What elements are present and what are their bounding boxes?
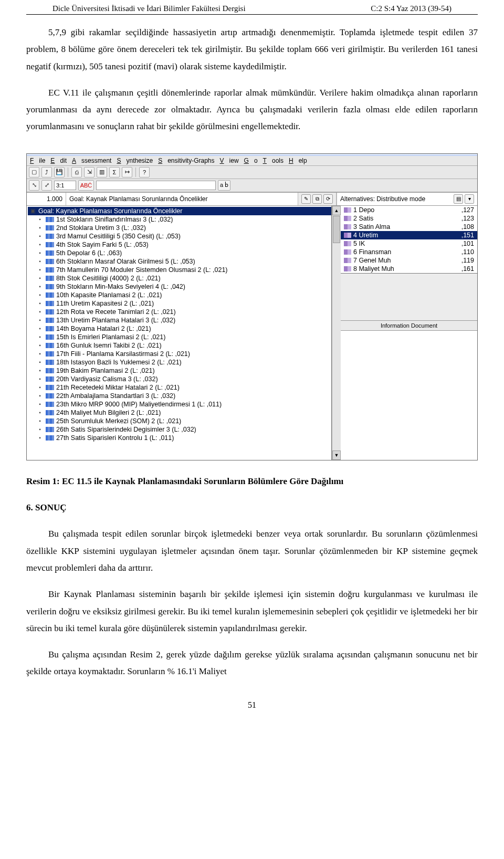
tree-item[interactable]: ▪14th Boyama Hatalari 2 (L: ,021): [28, 324, 331, 333]
tree-item[interactable]: ▪22th Ambalajlama Standartlari 3 (L: ,03…: [28, 392, 331, 400]
menu-edit[interactable]: Edit: [50, 157, 67, 164]
scroll-thumb[interactable]: [333, 216, 340, 243]
leaf-icon: ▪: [36, 242, 44, 248]
collapse-icon[interactable]: ⤡: [29, 180, 39, 191]
alt-row[interactable]: 2 Satis,123: [341, 214, 477, 223]
leaf-icon: ▪: [36, 418, 44, 424]
leaf-icon: ▪: [36, 342, 44, 349]
tree-item[interactable]: ▪5th Depolar 6 (L: ,063): [28, 249, 331, 257]
alt-dropdown-icon[interactable]: ▾: [465, 194, 474, 204]
tree-item[interactable]: ▪20th Vardiyasiz Calisma 3 (L: ,032): [28, 375, 331, 383]
alt-bar-icon: [344, 249, 351, 255]
arrow-icon[interactable]: ↦: [122, 167, 132, 177]
menu-view[interactable]: View: [220, 157, 239, 164]
save-icon[interactable]: 💾: [54, 167, 65, 177]
tree-item[interactable]: ▪21th Recetedeki Miktar Hatalari 2 (L: ,…: [28, 383, 331, 392]
leaf-icon: ▪: [36, 359, 44, 365]
tree-item[interactable]: ▪11th Uretim Kapasitesi 2 (L: ,021): [28, 299, 331, 308]
ab-button[interactable]: a ḃ: [218, 180, 230, 191]
scroll-up-icon[interactable]: ▲: [332, 206, 341, 215]
tree-item[interactable]: ▪16th Gunluk Isemri Takibi 2 (L: ,021): [28, 341, 331, 350]
menu-help[interactable]: Help: [289, 157, 307, 164]
tree-item[interactable]: ▪23th Mikro MRP 9000 (MIP) Maliyetlendir…: [28, 400, 331, 408]
bar-icon: [46, 267, 54, 273]
alt-bar-icon: [344, 233, 351, 238]
paragraph-3: Bu çalışmada tespit edilen sorunlar birç…: [26, 526, 478, 577]
alternatives-header: Alternatives: Distributive mode ▤ ▾: [337, 193, 477, 205]
leaf-icon: ▪: [36, 250, 44, 256]
tree-item[interactable]: ▪2nd Stoklara Uretim 3 (L: ,032): [28, 224, 331, 232]
text-field[interactable]: [96, 181, 216, 190]
refresh-icon[interactable]: ⟳: [323, 194, 333, 204]
tree-icon[interactable]: ⇲: [84, 167, 94, 177]
tree-item[interactable]: ▪6th Stokların Masraf Olarak Girilmesi 5…: [28, 257, 331, 266]
leaf-icon: ▪: [36, 275, 44, 281]
tree-item[interactable]: ▪1st Stokların Siniflandırılması 3 (L: ,…: [28, 215, 331, 224]
alt-row[interactable]: 1 Depo,127: [341, 206, 477, 214]
tree-item[interactable]: ▪18th Istasyon Bazli Is Yuklemesi 2 (L: …: [28, 358, 331, 366]
menu-file[interactable]: File: [30, 157, 45, 164]
ratio-field[interactable]: 3:1: [54, 181, 76, 190]
open-icon[interactable]: ⤴: [41, 167, 52, 177]
tree-item[interactable]: ▪8th Stok Cesitliligi (4000) 2 (L: ,021): [28, 274, 331, 282]
alt-row[interactable]: 7 Genel Muh,119: [341, 256, 477, 265]
alternatives-pane[interactable]: 1 Depo,1272 Satis,1233 Satin Alma,1084 U…: [341, 206, 477, 274]
menu-go[interactable]: Go: [244, 157, 258, 164]
tree-item[interactable]: ▪12th Rota ve Recete Tanimlari 2 (L: ,02…: [28, 308, 331, 316]
tree-item[interactable]: ▪19th Bakim Planlamasi 2 (L: ,021): [28, 366, 331, 375]
scroll-down-icon[interactable]: ▼: [332, 451, 341, 460]
tree-root[interactable]: ▣Goal: Kaynak Planlaması Sorunlarında Ön…: [28, 207, 331, 215]
menu-tools[interactable]: Tools: [263, 157, 284, 164]
menu-sensitivity-graphs[interactable]: Sensitivity-Graphs: [158, 157, 214, 164]
bar-icon: [46, 427, 54, 432]
bar-icon: [46, 351, 54, 357]
toolbar-2: ⤡ ⤢ 3:1 ABĊ a ḃ: [27, 179, 477, 192]
notes-icon[interactable]: ✎: [301, 194, 311, 204]
bar-icon: [46, 225, 54, 231]
collapse-icon[interactable]: ▣: [29, 208, 36, 214]
info-body[interactable]: [341, 331, 477, 460]
info-header: Information Document: [341, 320, 477, 331]
tree-item[interactable]: ▪15th Is Emirleri Planlamasi 2 (L: ,021): [28, 333, 331, 341]
expand-icon[interactable]: ⤢: [41, 180, 52, 191]
leaf-icon: ▪: [36, 410, 44, 416]
tree-item[interactable]: ▪13th Uretim Planlama Hatalari 3 (L: ,03…: [28, 316, 331, 324]
tree-item[interactable]: ▪10th Kapasite Planlamasi 2 (L: ,021): [28, 291, 331, 299]
leaf-icon: ▪: [36, 393, 44, 399]
bar-icon: [46, 326, 54, 331]
tree-item[interactable]: ▪24th Maliyet Muh Bilgileri 2 (L: ,021): [28, 408, 331, 417]
bar-icon: [46, 259, 54, 264]
chart-bar-icon[interactable]: ▥: [97, 167, 107, 177]
copy-icon[interactable]: ⧉: [312, 194, 322, 204]
bar-icon: [46, 301, 54, 306]
tree-item[interactable]: ▪26th Satis Siparislerindeki Degisimler …: [28, 425, 331, 434]
alt-row[interactable]: 6 Finansman,110: [341, 248, 477, 256]
menu-assessment[interactable]: Assessment: [72, 157, 111, 164]
new-file-icon[interactable]: ▢: [29, 167, 39, 177]
tree-item[interactable]: ▪9th Stokların Min-Maks Seviyeleri 4 (L:…: [28, 282, 331, 291]
tree-pane[interactable]: ▣Goal: Kaynak Planlaması Sorunlarında Ön…: [27, 206, 332, 460]
menu-synthesize[interactable]: Synthesize: [117, 157, 153, 164]
alt-chart-icon[interactable]: ▤: [454, 194, 463, 204]
alt-row[interactable]: 4 Uretim,151: [341, 231, 477, 239]
tree-item[interactable]: ▪17th Fiili - Planlama Karsilastirmasi 2…: [28, 350, 331, 358]
tree-item[interactable]: ▪4th Stok Sayim Farki 5 (L: ,053): [28, 240, 331, 249]
tree-scrollbar[interactable]: ▲ ▼: [332, 206, 341, 460]
print-icon[interactable]: ⎙: [71, 167, 82, 177]
help-icon[interactable]: ?: [139, 167, 150, 177]
bar-icon: [46, 393, 54, 399]
tree-item[interactable]: ▪3rd Mamul Cesitliligi 5 (350 Cesit) (L:…: [28, 232, 331, 240]
alt-bar-icon: [344, 224, 351, 229]
calc-icon[interactable]: Σ: [109, 167, 120, 177]
tree-item[interactable]: ▪27th Satis Siparisleri Kontrolu 1 (L: ,…: [28, 434, 331, 442]
alt-row[interactable]: 3 Satin Alma,108: [341, 223, 477, 231]
alt-row[interactable]: 8 Maliyet Muh,161: [341, 265, 477, 273]
tree-item[interactable]: ▪7th Mamullerin 70 Moduler Sistemden Olu…: [28, 266, 331, 274]
alt-row[interactable]: 5 IK,101: [341, 239, 477, 248]
header-left: Dicle Üniversitesi İktisadi ve İdari Bil…: [52, 4, 246, 13]
bar-icon: [46, 334, 54, 340]
abc-button[interactable]: ABĊ: [78, 180, 94, 191]
tree-item[interactable]: ▪25th Sorumluluk Merkezi (SOM) 2 (L: ,02…: [28, 417, 331, 425]
leaf-icon: ▪: [36, 216, 44, 223]
leaf-icon: ▪: [36, 435, 44, 441]
